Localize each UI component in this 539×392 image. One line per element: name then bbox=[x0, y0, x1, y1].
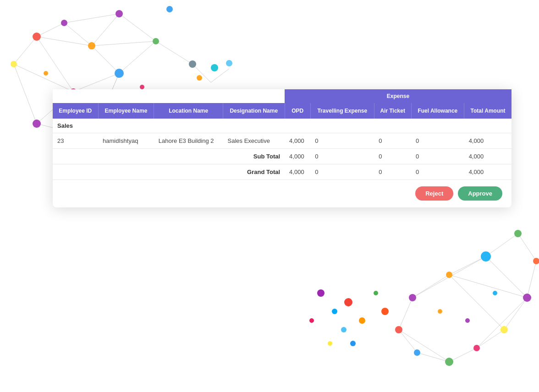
svg-point-31 bbox=[33, 33, 41, 41]
svg-line-7 bbox=[14, 64, 37, 124]
group-label-row: Sales bbox=[53, 119, 512, 133]
svg-point-59 bbox=[481, 251, 491, 261]
group-name-cell: Sales bbox=[53, 119, 512, 133]
col-header-location-name: Location Name bbox=[154, 103, 223, 119]
svg-line-50 bbox=[399, 298, 412, 330]
grandtotal-row: Grand Total4,0000004,000 bbox=[53, 164, 512, 180]
grandtotal-cell-3: 0 bbox=[411, 164, 464, 180]
col-header-travelling-expense: Travelling Expense bbox=[310, 103, 374, 119]
action-buttons: Reject Approve bbox=[415, 186, 502, 201]
header-row-group: Expense bbox=[53, 89, 512, 103]
subtotal-cell-1: 0 bbox=[310, 149, 374, 164]
svg-line-52 bbox=[449, 275, 527, 298]
svg-point-34 bbox=[116, 10, 123, 17]
svg-point-63 bbox=[500, 326, 508, 333]
svg-point-36 bbox=[44, 71, 48, 76]
svg-line-5 bbox=[37, 23, 64, 37]
data-cell-7: 0 bbox=[411, 133, 464, 149]
svg-line-6 bbox=[14, 37, 37, 64]
svg-line-47 bbox=[449, 348, 477, 362]
svg-point-24 bbox=[197, 75, 202, 81]
svg-point-67 bbox=[395, 326, 402, 333]
data-cell-5: 0 bbox=[310, 133, 374, 149]
svg-point-80 bbox=[328, 341, 332, 346]
svg-line-56 bbox=[399, 330, 449, 362]
header-row-columns: Employee ID Employee Name Location Name … bbox=[53, 103, 512, 119]
col-header-fuel-allowance: Fuel Allowance bbox=[411, 103, 464, 119]
svg-line-11 bbox=[64, 14, 119, 23]
svg-point-76 bbox=[374, 291, 378, 295]
svg-point-64 bbox=[473, 345, 480, 351]
svg-point-69 bbox=[465, 318, 470, 323]
svg-line-49 bbox=[399, 330, 417, 353]
data-cell-0: 23 bbox=[53, 133, 98, 149]
svg-line-1 bbox=[73, 73, 119, 92]
svg-point-32 bbox=[11, 61, 17, 67]
svg-point-60 bbox=[514, 230, 522, 237]
svg-line-46 bbox=[477, 330, 504, 348]
reject-button[interactable]: Reject bbox=[415, 186, 453, 201]
subtotal-cell-3: 0 bbox=[411, 149, 464, 164]
svg-line-12 bbox=[119, 14, 156, 41]
svg-line-51 bbox=[412, 256, 486, 298]
svg-line-20 bbox=[192, 64, 211, 82]
col-header-opd: OPD bbox=[285, 103, 310, 119]
subtotal-cell-4: 4,000 bbox=[464, 149, 512, 164]
svg-point-37 bbox=[140, 85, 144, 89]
grandtotal-label: Grand Total bbox=[53, 164, 285, 180]
approve-button[interactable]: Approve bbox=[458, 186, 502, 201]
svg-line-55 bbox=[477, 298, 527, 348]
svg-line-40 bbox=[412, 275, 449, 298]
svg-point-23 bbox=[226, 60, 232, 66]
svg-line-48 bbox=[417, 353, 449, 362]
svg-point-74 bbox=[359, 317, 365, 324]
svg-line-3 bbox=[92, 46, 119, 73]
col-header-employee-id: Employee ID bbox=[53, 103, 98, 119]
subtotal-cell-2: 0 bbox=[374, 149, 411, 164]
svg-line-45 bbox=[504, 298, 527, 330]
svg-line-43 bbox=[518, 234, 536, 261]
col-header-employee-name: Employee Name bbox=[98, 103, 154, 119]
svg-line-10 bbox=[37, 37, 92, 46]
svg-point-35 bbox=[189, 60, 196, 68]
grandtotal-cell-1: 0 bbox=[310, 164, 374, 180]
svg-point-57 bbox=[409, 294, 416, 301]
grandtotal-cell-2: 0 bbox=[374, 164, 411, 180]
svg-point-72 bbox=[332, 309, 337, 314]
svg-point-22 bbox=[211, 64, 218, 71]
svg-point-58 bbox=[446, 272, 452, 278]
svg-line-54 bbox=[449, 275, 504, 330]
table-body: Sales23hamidIshtyaqLahore E3 Building 2S… bbox=[53, 119, 512, 180]
svg-point-29 bbox=[88, 42, 95, 49]
grandtotal-cell-4: 4,000 bbox=[464, 164, 512, 180]
svg-point-77 bbox=[309, 318, 314, 323]
svg-point-71 bbox=[317, 289, 324, 297]
empty-header bbox=[53, 89, 285, 103]
svg-point-78 bbox=[381, 308, 389, 315]
svg-line-19 bbox=[156, 41, 192, 64]
svg-line-4 bbox=[64, 23, 92, 46]
svg-point-39 bbox=[166, 6, 173, 12]
svg-line-21 bbox=[211, 69, 229, 82]
expense-group-header: Expense bbox=[285, 89, 512, 103]
svg-point-65 bbox=[445, 358, 453, 366]
data-cell-6: 0 bbox=[374, 133, 411, 149]
svg-point-79 bbox=[350, 341, 356, 346]
expense-table: Expense Employee ID Employee Name Locati… bbox=[53, 89, 512, 180]
data-cell-2: Lahore E3 Building 2 bbox=[154, 133, 223, 149]
data-cell-8: 4,000 bbox=[464, 133, 512, 149]
svg-line-42 bbox=[486, 234, 518, 256]
subtotal-row: Sub Total4,0000004,000 bbox=[53, 149, 512, 164]
col-header-total-amount: Total Amount bbox=[464, 103, 512, 119]
svg-point-75 bbox=[341, 327, 346, 332]
svg-line-16 bbox=[92, 41, 156, 46]
subtotal-cell-0: 4,000 bbox=[285, 149, 310, 164]
data-cell-4: 4,000 bbox=[285, 133, 310, 149]
col-header-air-ticket: Air Ticket bbox=[374, 103, 411, 119]
svg-point-70 bbox=[493, 291, 497, 295]
svg-point-25 bbox=[33, 120, 41, 128]
data-cell-3: Sales Executive bbox=[223, 133, 285, 149]
svg-line-41 bbox=[449, 256, 486, 275]
svg-point-62 bbox=[523, 294, 531, 302]
svg-line-17 bbox=[37, 37, 73, 92]
